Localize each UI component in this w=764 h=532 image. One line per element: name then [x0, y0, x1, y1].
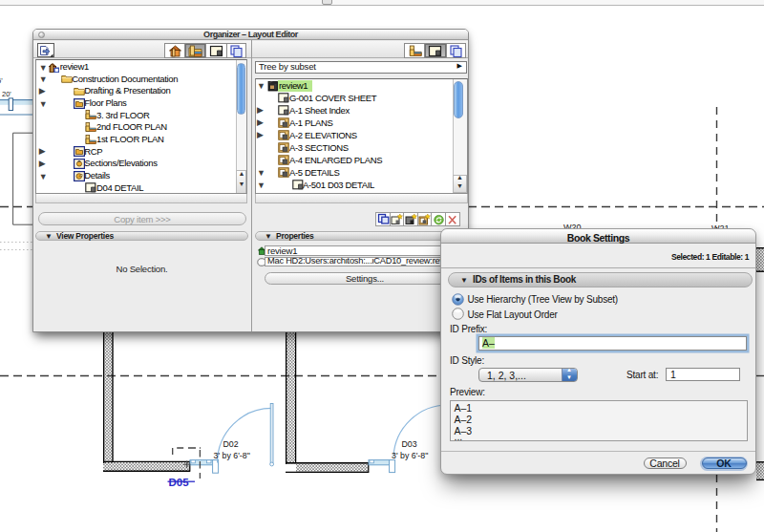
- svg-text:D03: D03: [402, 439, 417, 449]
- svg-text:20': 20': [2, 90, 11, 98]
- svg-text:D02: D02: [223, 439, 239, 449]
- svg-text:5': 5': [0, 76, 3, 85]
- svg-text:3' by 6'-8": 3' by 6'-8": [214, 451, 250, 460]
- svg-text:3' by 6'-8": 3' by 6'-8": [392, 451, 428, 460]
